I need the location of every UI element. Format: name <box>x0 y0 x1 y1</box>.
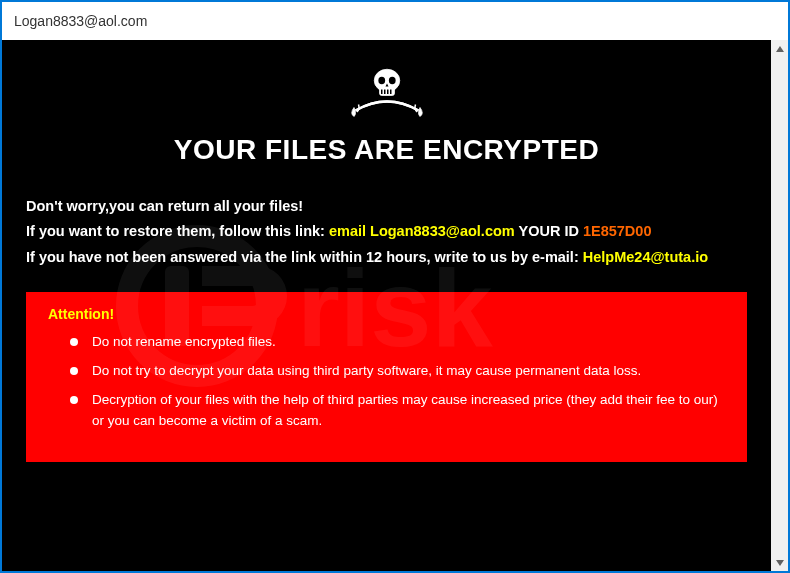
your-id-label: YOUR ID <box>515 223 583 239</box>
skull-logo <box>26 64 747 128</box>
attention-box: Attention! Do not rename encrypted files… <box>26 292 747 462</box>
list-item: Do not try to decrypt your data using th… <box>70 361 725 382</box>
primary-email: Logan8833@aol.com <box>370 223 515 239</box>
victim-id: 1E857D00 <box>583 223 652 239</box>
message-line-3: If you have not been answered via the li… <box>26 245 747 270</box>
svg-point-5 <box>378 77 385 85</box>
message-block: Don't worry,you can return all your file… <box>26 194 747 270</box>
primary-email-label: email Logan8833@aol.com <box>329 223 515 239</box>
window-titlebar: Logan8833@aol.com <box>2 2 788 40</box>
window-title: Logan8833@aol.com <box>14 13 147 29</box>
ransom-note-body: risk <box>2 40 771 571</box>
list-item: Do not rename encrypted files. <box>70 332 725 353</box>
list-item: Decryption of your files with the help o… <box>70 390 725 432</box>
skull-crossed-swords-icon <box>348 64 426 124</box>
svg-point-6 <box>388 77 395 85</box>
attention-title: Attention! <box>48 306 725 322</box>
msg2-prefix: If you want to restore them, follow this… <box>26 223 329 239</box>
svg-rect-7 <box>381 90 383 95</box>
scroll-up-arrow-icon[interactable] <box>771 40 788 57</box>
message-line-2: If you want to restore them, follow this… <box>26 219 747 244</box>
secondary-email: HelpMe24@tuta.io <box>583 249 708 265</box>
headline: YOUR FILES ARE ENCRYPTED <box>26 134 747 166</box>
svg-rect-8 <box>384 90 386 95</box>
email-label-word: email <box>329 223 370 239</box>
scroll-down-arrow-icon[interactable] <box>771 554 788 571</box>
vertical-scrollbar[interactable] <box>771 40 788 571</box>
msg3-prefix: If you have not been answered via the li… <box>26 249 583 265</box>
attention-list: Do not rename encrypted files. Do not tr… <box>48 332 725 432</box>
message-line-1: Don't worry,you can return all your file… <box>26 194 747 219</box>
svg-rect-9 <box>387 90 389 95</box>
svg-rect-10 <box>390 90 392 95</box>
